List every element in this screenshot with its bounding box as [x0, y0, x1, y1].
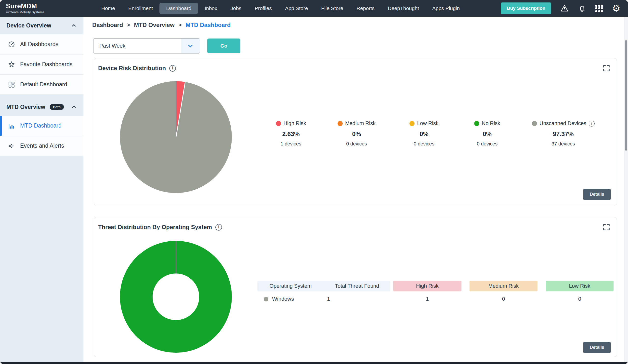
info-icon[interactable]: i — [589, 121, 595, 127]
sidebar: Device Overview All Dashboards Favorite … — [0, 17, 83, 362]
col-header-medium-risk: Medium Risk — [470, 281, 538, 291]
beta-badge: Beta — [50, 104, 64, 110]
nav-item-app-store[interactable]: App Store — [278, 3, 314, 14]
nav-item-enrollment[interactable]: Enrollment — [122, 3, 159, 14]
legend-devices: 37 devices — [518, 141, 609, 147]
notifications-bell-icon[interactable] — [578, 4, 587, 13]
sidebar-section-device-overview[interactable]: Device Overview — [0, 17, 83, 34]
top-navigation: Home Enrollment Dashboard Inbox Jobs Pro… — [95, 3, 466, 14]
nav-item-profiles[interactable]: Profiles — [248, 3, 278, 14]
breadcrumb-separator: > — [127, 22, 130, 28]
sidebar-item-favorite-dashboards[interactable]: Favorite Dashboards — [0, 55, 83, 74]
legend-percent: 97.37% — [518, 131, 609, 138]
breadcrumb-mtd-overview[interactable]: MTD Overview — [134, 22, 174, 28]
legend-percent: 0% — [392, 131, 457, 138]
star-icon — [8, 61, 15, 68]
legend-devices: 0 devices — [392, 141, 457, 147]
breadcrumb-dashboard[interactable]: Dashboard — [92, 22, 123, 28]
suremdm-window: SureMDM 42Gears Mobility Systems Home En… — [0, 0, 628, 364]
legend-label: Low Risk — [417, 120, 438, 127]
table-row-windows: Windows 1 1 0 0 — [257, 296, 614, 302]
breadcrumb: Dashboard > MTD Overview > MTD Dashboard — [92, 22, 231, 28]
nav-item-jobs[interactable]: Jobs — [224, 3, 248, 14]
device-risk-pie — [120, 81, 232, 193]
cell-total-threat: 1 — [323, 296, 390, 302]
filter-row: Past Week Go — [93, 38, 240, 54]
sidebar-item-default-dashboard[interactable]: Default Dashboard — [0, 74, 83, 95]
col-header-high-risk: High Risk — [393, 281, 462, 291]
legend-label: No Risk — [482, 120, 500, 127]
period-select[interactable]: Past Week — [93, 38, 200, 54]
expand-icon[interactable] — [602, 64, 611, 73]
sidebar-item-mtd-dashboard[interactable]: MTD Dashboard — [0, 116, 83, 136]
legend-dot — [532, 121, 537, 126]
breadcrumb-separator: > — [179, 22, 182, 28]
nav-item-dashboard[interactable]: Dashboard — [159, 3, 198, 14]
warning-triangle-icon[interactable] — [560, 4, 569, 13]
sidebar-item-label: Events and Alerts — [20, 143, 64, 149]
legend-item-low-risk: Low Risk 0% 0 devices — [392, 120, 457, 147]
device-risk-card: Device Risk Distribution i High Risk 2.6… — [94, 58, 617, 205]
legend-percent: 0% — [322, 131, 392, 138]
legend-label: High Risk — [284, 120, 306, 127]
gauge-icon — [8, 41, 15, 48]
chevron-down-icon — [181, 39, 200, 53]
scrollbar[interactable] — [624, 17, 628, 362]
brand-logo[interactable]: SureMDM 42Gears Mobility Systems — [0, 3, 81, 14]
sidebar-item-label: MTD Dashboard — [20, 122, 62, 129]
sidebar-item-all-dashboards[interactable]: All Dashboards — [0, 34, 83, 55]
details-button[interactable]: Details — [583, 189, 611, 200]
expand-icon[interactable] — [602, 223, 611, 231]
os-name: Windows — [272, 296, 294, 302]
breadcrumb-mtd-dashboard[interactable]: MTD Dashboard — [185, 22, 231, 28]
chevron-up-icon — [71, 22, 77, 29]
sidebar-section-mtd-overview[interactable]: MTD Overview Beta — [0, 98, 83, 116]
table-header-row: Operating System Total Threat Found High… — [257, 281, 614, 291]
nav-item-file-store[interactable]: File Store — [314, 3, 350, 14]
nav-item-reports[interactable]: Reports — [350, 3, 381, 14]
legend-dot — [474, 121, 479, 126]
details-button[interactable]: Details — [583, 342, 611, 353]
legend-devices: 0 devices — [457, 141, 518, 147]
legend-devices: 1 devices — [260, 141, 322, 147]
sidebar-item-events-and-alerts[interactable]: Events and Alerts — [0, 136, 83, 156]
sidebar-item-label: Default Dashboard — [20, 81, 67, 88]
section-title-mtd-overview: MTD Overview — [6, 104, 45, 110]
card-title: Threat Distribution By Operating System — [98, 224, 212, 230]
buy-subscription-button[interactable]: Buy Subscription — [501, 2, 551, 14]
col-header-low-risk: Low Risk — [546, 281, 614, 291]
legend-item-unscanned-devices: Unscanned Devicesi 97.37% 37 devices — [518, 120, 609, 147]
threat-donut — [120, 241, 232, 353]
os-threat-table: Operating System Total Threat Found High… — [257, 281, 614, 302]
section-title-device-overview: Device Overview — [6, 22, 51, 29]
legend-dot — [337, 121, 343, 126]
legend-item-high-risk: High Risk 2.63% 1 devices — [260, 120, 322, 147]
settings-gear-icon[interactable]: ⚙ — [612, 4, 621, 13]
bar-chart-icon — [8, 122, 15, 130]
donut-hole — [153, 274, 199, 320]
nav-item-home[interactable]: Home — [95, 3, 122, 14]
cell-low-risk: 0 — [546, 296, 614, 302]
table-header-os-total: Operating System Total Threat Found — [257, 281, 390, 291]
period-select-value: Past Week — [93, 43, 181, 49]
sidebar-divider — [0, 95, 83, 98]
sidebar-item-label: All Dashboards — [20, 41, 58, 48]
nav-item-apps-plugin[interactable]: Apps Plugin — [426, 3, 466, 14]
nav-item-inbox[interactable]: Inbox — [198, 3, 224, 14]
cell-medium-risk: 0 — [470, 296, 538, 302]
legend-item-no-risk: No Risk 0% 0 devices — [457, 120, 518, 147]
go-button[interactable]: Go — [207, 39, 240, 53]
col-header-total-threat-found: Total Threat Found — [324, 283, 390, 289]
legend-label: Medium Risk — [345, 120, 376, 127]
brand-name: SureMDM — [6, 3, 81, 9]
brand-company: 42Gears Mobility Systems — [6, 10, 81, 14]
nav-item-deepthought[interactable]: DeepThought — [381, 3, 426, 14]
legend-item-medium-risk: Medium Risk 0% 0 devices — [322, 120, 392, 147]
chevron-up-icon — [71, 104, 77, 110]
apps-grid-icon[interactable] — [595, 5, 603, 12]
megaphone-icon — [8, 142, 15, 150]
info-icon[interactable]: i — [169, 65, 176, 72]
sidebar-item-label: Favorite Dashboards — [20, 61, 73, 68]
scrollbar-thumb[interactable] — [625, 40, 627, 150]
info-icon[interactable]: i — [215, 224, 222, 230]
